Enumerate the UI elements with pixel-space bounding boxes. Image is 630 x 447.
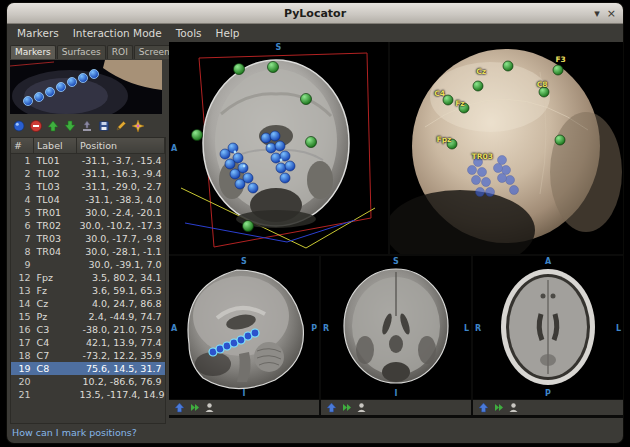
col-header-position[interactable]: Position (77, 138, 165, 154)
cell-num[interactable]: 1 (11, 154, 34, 168)
cell-num[interactable]: 13 (11, 284, 34, 297)
table-row[interactable]: 7TR0330.0, -17.7, -9.8 (11, 232, 165, 245)
cell-num[interactable]: 3 (11, 180, 34, 193)
cell-label[interactable]: C8 (34, 362, 77, 375)
table-row[interactable]: 6TR0230.0, -10.2, -17.3 (11, 219, 165, 232)
table-row[interactable]: 18C7-73.2, 12.2, 35.9 (11, 349, 165, 362)
table-row[interactable]: 14Cz4.0, 24.7, 86.8 (11, 297, 165, 310)
user-icon[interactable] (356, 402, 367, 413)
table-row[interactable]: 2010.2, -86.6, 76.9 (11, 375, 165, 388)
user-icon[interactable] (204, 402, 215, 413)
menu-tools[interactable]: Tools (169, 27, 209, 39)
tab-roi[interactable]: ROI (107, 45, 133, 59)
cell-label[interactable]: Fpz (34, 271, 77, 284)
cell-pos[interactable]: 30.0, -39.1, 7.0 (77, 258, 165, 271)
move-up-icon[interactable] (46, 119, 60, 133)
cell-num[interactable]: 19 (11, 362, 34, 375)
cell-num[interactable]: 2 (11, 167, 34, 180)
viewport-skull[interactable]: CzF3C4FzC8FpzTR03 (390, 42, 623, 254)
cell-pos[interactable]: -31.1, -29.0, -2.7 (77, 180, 165, 193)
menu-interaction-mode[interactable]: Interaction Mode (66, 27, 169, 39)
tab-surfaces[interactable]: Surfaces (57, 45, 106, 59)
cell-label[interactable]: Fz (34, 284, 77, 297)
up-arrow-icon[interactable] (478, 402, 489, 413)
cell-pos[interactable]: 30.0, -10.2, -17.3 (77, 219, 165, 232)
table-row[interactable]: 16C3-38.0, 21.0, 75.9 (11, 323, 165, 336)
move-down-icon[interactable] (63, 119, 77, 133)
cell-label[interactable]: C3 (34, 323, 77, 336)
cell-label[interactable] (34, 375, 77, 388)
shade-icon[interactable]: ▾ (594, 8, 600, 19)
cell-pos[interactable]: 13.5, -117.4, 14.9 (77, 388, 165, 401)
close-icon[interactable]: × (607, 8, 616, 19)
user-icon[interactable] (508, 402, 519, 413)
add-marker-icon[interactable] (12, 119, 26, 133)
cell-pos[interactable]: -73.2, 12.2, 35.9 (77, 349, 165, 362)
cell-num[interactable]: 12 (11, 271, 34, 284)
table-row[interactable]: 15Pz2.4, -44.9, 74.7 (11, 310, 165, 323)
cell-num[interactable]: 6 (11, 219, 34, 232)
cell-num[interactable]: 16 (11, 323, 34, 336)
cell-pos[interactable]: -38.0, 21.0, 75.9 (77, 323, 165, 336)
col-header-label[interactable]: Label (34, 138, 77, 154)
cell-label[interactable]: TR02 (34, 219, 77, 232)
table-row[interactable]: 930.0, -39.1, 7.0 (11, 258, 165, 271)
cell-num[interactable]: 21 (11, 388, 34, 401)
up-arrow-icon[interactable] (174, 402, 185, 413)
color-icon[interactable] (131, 119, 145, 133)
save-icon[interactable] (97, 119, 111, 133)
cell-num[interactable]: 7 (11, 232, 34, 245)
cell-label[interactable]: TR03 (34, 232, 77, 245)
table-row[interactable]: 4TL04-31.1, -38.3, 4.0 (11, 193, 165, 206)
cell-label[interactable]: C7 (34, 349, 77, 362)
table-row[interactable]: 13Fz3.6, 59.1, 65.3 (11, 284, 165, 297)
cell-num[interactable]: 15 (11, 310, 34, 323)
menu-help[interactable]: Help (209, 27, 247, 39)
cell-pos[interactable]: 75.6, 14.5, 31.7 (77, 362, 165, 375)
forward-arrows-icon[interactable] (493, 402, 504, 413)
forward-arrows-icon[interactable] (341, 402, 352, 413)
cell-label[interactable]: Cz (34, 297, 77, 310)
table-row[interactable]: 12Fpz3.5, 80.2, 34.1 (11, 271, 165, 284)
table-row[interactable]: 1TL01-31.1, -3.7, -15.4 (11, 154, 165, 168)
export-icon[interactable] (80, 119, 94, 133)
cell-num[interactable]: 9 (11, 258, 34, 271)
cell-label[interactable]: TL03 (34, 180, 77, 193)
cell-pos[interactable]: 42.1, 13.9, 77.4 (77, 336, 165, 349)
cell-pos[interactable]: 3.5, 80.2, 34.1 (77, 271, 165, 284)
cell-pos[interactable]: 30.0, -17.7, -9.8 (77, 232, 165, 245)
cell-pos[interactable]: 30.0, -28.1, -1.1 (77, 245, 165, 258)
cell-num[interactable]: 4 (11, 193, 34, 206)
cell-num[interactable]: 8 (11, 245, 34, 258)
cell-label[interactable]: TL04 (34, 193, 77, 206)
cell-label[interactable] (34, 388, 77, 401)
cell-label[interactable]: TR01 (34, 206, 77, 219)
table-row[interactable]: 19C875.6, 14.5, 31.7 (11, 362, 165, 375)
cell-num[interactable]: 18 (11, 349, 34, 362)
cell-label[interactable]: TL01 (34, 154, 77, 168)
cell-num[interactable]: 14 (11, 297, 34, 310)
cell-pos[interactable]: 10.2, -86.6, 76.9 (77, 375, 165, 388)
cell-pos[interactable]: 30.0, -2.4, -20.1 (77, 206, 165, 219)
forward-arrows-icon[interactable] (189, 402, 200, 413)
cell-pos[interactable]: 2.4, -44.9, 74.7 (77, 310, 165, 323)
cell-label[interactable]: Pz (34, 310, 77, 323)
cell-pos[interactable]: -31.1, -3.7, -15.4 (77, 154, 165, 168)
cell-pos[interactable]: 3.6, 59.1, 65.3 (77, 284, 165, 297)
col-header-num[interactable]: # (11, 138, 34, 154)
tab-markers[interactable]: Markers (10, 45, 56, 59)
cell-num[interactable]: 20 (11, 375, 34, 388)
edit-label-icon[interactable] (114, 119, 128, 133)
table-row[interactable]: 3TL03-31.1, -29.0, -2.7 (11, 180, 165, 193)
viewport-sagittal[interactable]: S A P I (169, 256, 319, 399)
table-row[interactable]: 17C442.1, 13.9, 77.4 (11, 336, 165, 349)
titlebar[interactable]: PyLocator ▾ × (7, 3, 623, 24)
viewport-3d[interactable]: S A (169, 42, 388, 254)
cell-pos[interactable]: -31.1, -38.3, 4.0 (77, 193, 165, 206)
delete-marker-icon[interactable] (29, 119, 43, 133)
table-row[interactable]: 2113.5, -117.4, 14.9 (11, 388, 165, 401)
cell-label[interactable]: TR04 (34, 245, 77, 258)
table-row[interactable]: 5TR0130.0, -2.4, -20.1 (11, 206, 165, 219)
cell-pos[interactable]: 4.0, 24.7, 86.8 (77, 297, 165, 310)
help-link[interactable]: How can I mark positions? (10, 424, 166, 443)
